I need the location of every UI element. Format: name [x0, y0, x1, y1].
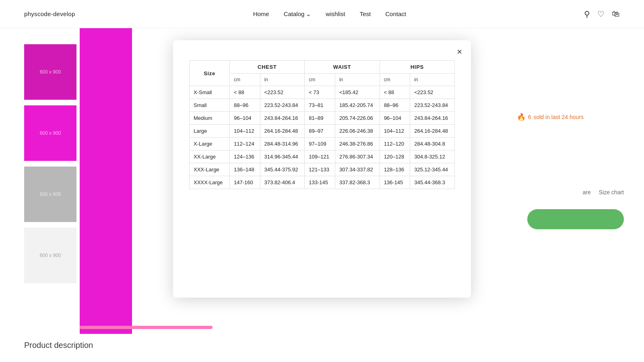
measurement-cell: 112–120	[380, 138, 410, 150]
measurement-cell: 88–96	[380, 99, 410, 112]
header: physcode-develop Home Catalog ⌄ wishlist…	[0, 0, 644, 28]
measurement-cell: 345.44-375.92	[260, 163, 305, 176]
measurement-cell: 136-145	[380, 176, 410, 189]
search-icon[interactable]: ⚲	[584, 9, 590, 19]
size-cell: X-Large	[190, 138, 230, 150]
size-cell: XX-Large	[190, 150, 230, 163]
modal-overlay: × Size CHEST WAIST HIPS cm in cm in cm	[0, 28, 644, 362]
size-cell: Medium	[190, 112, 230, 125]
measurement-cell: 147-160	[230, 176, 260, 189]
measurement-cell: 109–121	[305, 150, 335, 163]
measurement-cell: 112–124	[230, 138, 260, 150]
measurement-cell: 73–81	[305, 99, 335, 112]
measurement-cell: 246.38-276.86	[335, 138, 380, 150]
measurement-cell: <223.52	[260, 86, 305, 99]
measurement-cell: 223.52-243.84	[410, 99, 455, 112]
table-row: Medium96–104243.84-264.1681–89205.74-226…	[190, 112, 455, 125]
nav-contact[interactable]: Contact	[385, 10, 406, 17]
wishlist-icon[interactable]: ♡	[597, 9, 605, 19]
chest-cm-header: cm	[230, 74, 260, 86]
measurement-cell: 264.16-284.48	[410, 125, 455, 138]
measurement-cell: 128–136	[380, 163, 410, 176]
chevron-down-icon: ⌄	[306, 10, 311, 18]
measurement-cell: 136–148	[230, 163, 260, 176]
measurement-cell: 96–104	[230, 112, 260, 125]
chest-in-header: in	[260, 74, 305, 86]
measurement-cell: 185.42-205.74	[335, 99, 380, 112]
measurement-cell: 97–109	[305, 138, 335, 150]
table-row: XX-Large124–136314.96-345.44109–121276.8…	[190, 150, 455, 163]
measurement-cell: 325.12-345.44	[410, 163, 455, 176]
nav-test[interactable]: Test	[360, 10, 371, 17]
measurement-cell: 89–97	[305, 125, 335, 138]
table-row: XXX-Large136–148345.44-375.92121–133307.…	[190, 163, 455, 176]
measurement-cell: 223.52-243.84	[260, 99, 305, 112]
measurement-cell: 120–128	[380, 150, 410, 163]
measurement-cell: 276.86-307.34	[335, 150, 380, 163]
hips-col-header: HIPS	[380, 61, 454, 74]
waist-col-header: WAIST	[305, 61, 380, 74]
measurement-cell: 81–89	[305, 112, 335, 125]
measurement-cell: 264.16-284.48	[260, 125, 305, 138]
page-body: 600 x 900 600 x 900 600 x 900 600 x 900 …	[0, 28, 644, 362]
size-chart-modal: × Size CHEST WAIST HIPS cm in cm in cm	[173, 40, 471, 298]
chest-col-header: CHEST	[230, 61, 305, 74]
table-row: Large104–112264.16-284.4889–97226.06-246…	[190, 125, 455, 138]
size-cell: X-Small	[190, 86, 230, 99]
measurement-cell: 284.48-304.8	[410, 138, 455, 150]
measurement-cell: 96–104	[380, 112, 410, 125]
measurement-cell: 226.06-246.38	[335, 125, 380, 138]
measurement-cell: 133-145	[305, 176, 335, 189]
measurement-cell: 124–136	[230, 150, 260, 163]
measurement-cell: 243.84-264.16	[410, 112, 455, 125]
table-row: Small88–96223.52-243.8473–81185.42-205.7…	[190, 99, 455, 112]
waist-cm-header: cm	[305, 74, 335, 86]
header-icons: ⚲ ♡ 🛍	[584, 9, 620, 19]
size-col-header: Size	[190, 61, 230, 86]
measurement-cell: 205.74-226.06	[335, 112, 380, 125]
measurement-cell: 345.44-368.3	[410, 176, 455, 189]
measurement-cell: < 88	[380, 86, 410, 99]
table-row: X-Large112–124284.48-314.9697–109246.38-…	[190, 138, 455, 150]
measurement-cell: <185.42	[335, 86, 380, 99]
nav-catalog[interactable]: Catalog ⌄	[284, 10, 312, 18]
measurement-cell: < 88	[230, 86, 260, 99]
measurement-cell: 104–112	[230, 125, 260, 138]
main-nav: Home Catalog ⌄ wishlist Test Contact	[253, 10, 406, 18]
size-cell: Small	[190, 99, 230, 112]
measurement-cell: <223.52	[410, 86, 455, 99]
nav-wishlist[interactable]: wishlist	[326, 10, 345, 17]
measurement-cell: 121–133	[305, 163, 335, 176]
measurement-cell: 88–96	[230, 99, 260, 112]
waist-in-header: in	[335, 74, 380, 86]
measurement-cell: < 73	[305, 86, 335, 99]
measurement-cell: 307.34-337.82	[335, 163, 380, 176]
size-cell: XXX-Large	[190, 163, 230, 176]
measurement-cell: 284.48-314.96	[260, 138, 305, 150]
measurement-cell: 314.96-345.44	[260, 150, 305, 163]
measurement-cell: 337.82-368.3	[335, 176, 380, 189]
cart-icon[interactable]: 🛍	[612, 9, 620, 19]
measurement-cell: 304.8-325.12	[410, 150, 455, 163]
nav-home[interactable]: Home	[253, 10, 269, 17]
size-chart-table: Size CHEST WAIST HIPS cm in cm in cm in	[189, 60, 455, 189]
modal-close-button[interactable]: ×	[457, 47, 462, 56]
hips-in-header: in	[410, 74, 455, 86]
hips-cm-header: cm	[380, 74, 410, 86]
size-cell: Large	[190, 125, 230, 138]
measurement-cell: 243.84-264.16	[260, 112, 305, 125]
table-row: X-Small< 88<223.52< 73<185.42< 88<223.52	[190, 86, 455, 99]
logo: physcode-develop	[24, 10, 75, 17]
table-row: XXXX-Large147-160373.82-406.4133-145337.…	[190, 176, 455, 189]
measurement-cell: 373.82-406.4	[260, 176, 305, 189]
size-cell: XXXX-Large	[190, 176, 230, 189]
measurement-cell: 104–112	[380, 125, 410, 138]
